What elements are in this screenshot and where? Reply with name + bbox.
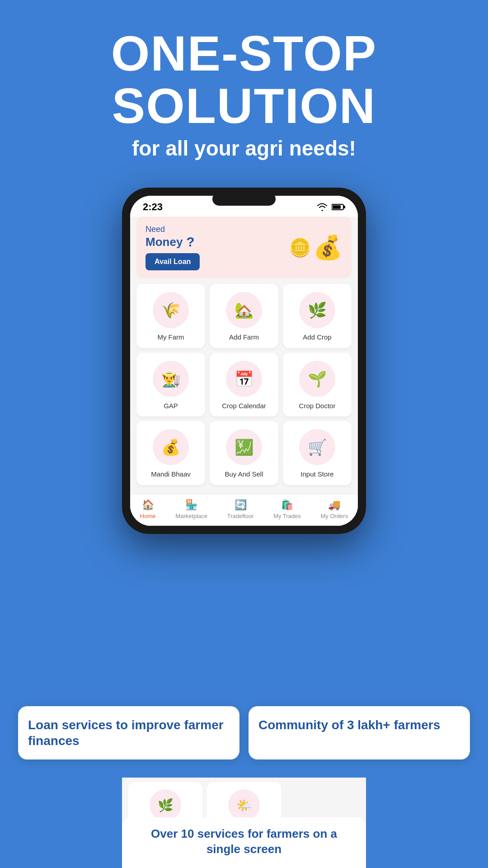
add-crop-icon: 🌿	[299, 292, 335, 328]
grid-item-mandi-bhaav[interactable]: 💰 Mandi Bhaav	[136, 421, 205, 485]
buy-sell-label: Buy And Sell	[225, 470, 263, 479]
phone-frame: 2:23	[122, 188, 366, 534]
battery-icon	[332, 203, 345, 211]
grid-item-add-crop[interactable]: 🌿 Add Crop	[283, 284, 352, 348]
add-crop-label: Add Crop	[303, 333, 331, 342]
tradefloor-nav-icon: 🔄	[235, 499, 247, 511]
status-time: 2:23	[143, 201, 163, 213]
home-nav-icon: 🏠	[142, 499, 154, 511]
loan-need-text: Need	[145, 225, 289, 234]
grid-item-crop-calendar[interactable]: 📅 Crop Calendar	[210, 353, 278, 417]
bottom-navigation: 🏠 Home 🏪 Marketplace 🔄 Tradefloor 🛍️ My …	[130, 494, 358, 526]
crop-calendar-icon: 📅	[226, 361, 262, 397]
nav-item-home[interactable]: 🏠 Home	[140, 499, 156, 519]
service-card-text: Over 10 services for farmers on a single…	[133, 826, 355, 857]
home-nav-label: Home	[140, 513, 156, 519]
mandi-bhaav-icon: 💰	[153, 429, 189, 465]
grid-row-1: 🌾 My Farm 🏡 Add Farm 🌿 Add Crop	[136, 284, 352, 348]
add-farm-icon: 🏡	[226, 292, 262, 328]
money-bag-icon: 💰	[313, 234, 343, 261]
grid-row-3: 💰 Mandi Bhaav 💹 Buy And Sell 🛒 Input Sto…	[136, 421, 352, 485]
grid-item-my-farm[interactable]: 🌾 My Farm	[136, 284, 205, 348]
loan-banner: Need Money ? Avail Loan 🪙 💰	[136, 217, 352, 278]
crop-doctor-icon: 🌱	[299, 361, 335, 397]
input-store-label: Input Store	[300, 470, 333, 479]
grid-row-2: 👨‍🌾 GAP 📅 Crop Calendar 🌱 Crop Doctor	[136, 353, 352, 417]
loan-services-text: Loan services to improve farmer finances	[28, 717, 230, 749]
crop-doctor-label: Crop Doctor	[299, 401, 336, 410]
grid-item-buy-sell[interactable]: 💹 Buy And Sell	[210, 421, 278, 485]
nav-item-marketplace[interactable]: 🏪 Marketplace	[175, 499, 207, 519]
weather-icon: 🌤️	[228, 789, 260, 821]
nav-item-my-trades[interactable]: 🛍️ My Trades	[273, 499, 301, 519]
grid-item-crop-doctor[interactable]: 🌱 Crop Doctor	[283, 353, 352, 417]
svg-rect-1	[333, 205, 341, 209]
my-trades-nav-icon: 🛍️	[281, 499, 293, 511]
phone-bottom-partial: 🌿 Fertilizer 🌤️ Weather 🏠 Home 🏪 Marketp…	[122, 778, 366, 868]
mandi-bhaav-label: Mandi Bhaav	[151, 470, 191, 479]
loan-money-text: Money ?	[145, 234, 289, 250]
input-store-icon: 🛒	[299, 429, 335, 465]
crop-calendar-label: Crop Calendar	[222, 401, 266, 410]
screen-content: Need Money ? Avail Loan 🪙 💰	[130, 217, 358, 526]
header-section: ONE-STOP SOLUTION for all your agri need…	[0, 0, 488, 179]
gap-icon: 👨‍🌾	[153, 361, 189, 397]
my-farm-label: My Farm	[157, 333, 184, 342]
marketplace-nav-label: Marketplace	[175, 513, 207, 519]
grid-item-add-farm[interactable]: 🏡 Add Farm	[210, 284, 278, 348]
coin-icon: 🪙	[289, 237, 311, 258]
loan-icons: 🪙 💰	[289, 234, 343, 261]
my-orders-nav-icon: 🚚	[328, 499, 340, 511]
phone-notch	[212, 192, 276, 206]
loan-services-card: Loan services to improve farmer finances	[18, 706, 239, 760]
status-icons	[316, 203, 345, 212]
community-card: Community of 3 lakh+ farmers	[249, 706, 470, 760]
my-farm-icon: 🌾	[153, 292, 189, 328]
page-title: ONE-STOP SOLUTION	[18, 27, 470, 132]
info-cards-row: Loan services to improve farmer finances…	[0, 706, 488, 760]
my-trades-nav-label: My Trades	[273, 513, 301, 519]
grid-item-gap[interactable]: 👨‍🌾 GAP	[136, 353, 205, 417]
my-orders-nav-label: My Orders	[320, 513, 348, 519]
phone-mockup: 2:23	[0, 188, 488, 534]
app-grid: 🌾 My Farm 🏡 Add Farm 🌿 Add Crop	[130, 284, 358, 494]
community-text: Community of 3 lakh+ farmers	[258, 717, 460, 733]
marketplace-nav-icon: 🏪	[185, 499, 197, 511]
service-card: Over 10 services for farmers on a single…	[122, 817, 366, 868]
tradefloor-nav-label: Tradefloor	[227, 513, 254, 519]
fertilizer-icon: 🌿	[150, 789, 181, 821]
wifi-icon	[316, 203, 328, 212]
phone-screen: 2:23	[130, 196, 358, 526]
svg-rect-2	[344, 206, 345, 208]
nav-item-my-orders[interactable]: 🚚 My Orders	[320, 499, 348, 519]
buy-sell-icon: 💹	[226, 429, 262, 465]
add-farm-label: Add Farm	[229, 333, 259, 342]
grid-item-input-store[interactable]: 🛒 Input Store	[283, 421, 352, 485]
loan-text: Need Money ? Avail Loan	[145, 225, 289, 270]
nav-item-tradefloor[interactable]: 🔄 Tradefloor	[227, 499, 254, 519]
avail-loan-button[interactable]: Avail Loan	[145, 253, 200, 270]
gap-label: GAP	[164, 401, 178, 410]
header-subtitle: for all your agri needs!	[18, 136, 470, 160]
